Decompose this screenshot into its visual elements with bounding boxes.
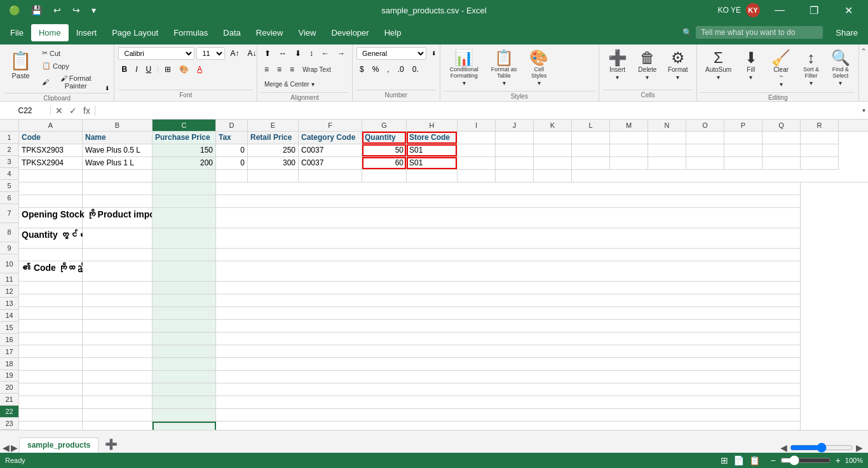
wrap-text-button[interactable]: Wrap Text [299, 64, 334, 75]
insert-dropdown[interactable]: ▾ [616, 74, 619, 81]
cell-c8[interactable] [153, 228, 216, 249]
cell-q1[interactable] [763, 132, 801, 144]
align-middle-button[interactable]: ↔ [276, 47, 290, 60]
row-num-14[interactable]: 14 [0, 310, 18, 322]
cell-b14[interactable] [83, 320, 153, 333]
cell-q3[interactable] [763, 157, 801, 170]
bold-button[interactable]: B [118, 63, 130, 76]
cell-a7[interactable]: Opening Stock ကို Product import လုပ်သည့… [19, 208, 83, 228]
cell-g4[interactable] [362, 170, 407, 182]
redo-button[interactable]: ↪ [69, 4, 84, 17]
cell-n3[interactable] [648, 157, 686, 170]
cell-c21[interactable] [153, 409, 216, 422]
cell-b1[interactable]: Name [83, 132, 153, 144]
cell-d3[interactable]: 0 [216, 157, 248, 170]
merge-center-button[interactable]: Merge & Center ▾ [261, 79, 318, 90]
cell-j2[interactable] [496, 144, 534, 157]
border-button[interactable]: ⊞ [161, 63, 174, 76]
cell-k4[interactable] [534, 170, 572, 182]
comma-button[interactable]: , [384, 63, 392, 76]
cell-d2[interactable]: 0 [216, 144, 248, 157]
minimize-button[interactable]: — [765, 0, 794, 20]
cell-c14[interactable] [153, 320, 216, 333]
cell-e4[interactable] [248, 170, 299, 182]
font-family-select[interactable]: Calibri [118, 47, 194, 60]
cell-c9[interactable] [153, 249, 216, 261]
cell-a9[interactable] [19, 249, 83, 261]
cell-a8[interactable]: Quantity တွင် အရေအတွက်ကို ထည့်ပါ၊ Store … [19, 228, 83, 249]
percent-button[interactable]: % [369, 63, 383, 76]
cell-k3[interactable] [534, 157, 572, 170]
col-header-h[interactable]: H [407, 120, 458, 131]
col-header-f[interactable]: F [299, 120, 362, 131]
restore-button[interactable]: ❐ [799, 0, 829, 20]
row-num-19[interactable]: 19 [0, 370, 18, 382]
page-break-view-btn[interactable]: 📋 [747, 455, 762, 465]
col-header-g[interactable]: G [362, 120, 407, 131]
cell-b18[interactable] [83, 371, 153, 383]
sheet-tab-sample-products[interactable]: sample_products [19, 437, 98, 453]
cell-dplus20[interactable] [216, 396, 801, 409]
cell-a16[interactable] [19, 345, 83, 358]
cell-c17[interactable] [153, 358, 216, 371]
col-header-o[interactable]: O [686, 120, 724, 131]
cell-c16[interactable] [153, 345, 216, 358]
page-layout-view-btn[interactable]: 📄 [731, 455, 746, 465]
cell-q2[interactable] [763, 144, 801, 157]
cell-c18[interactable] [153, 371, 216, 383]
menu-data[interactable]: Data [215, 24, 248, 41]
row-num-2[interactable]: 2 [0, 144, 18, 156]
cell-j1[interactable] [496, 132, 534, 144]
clear-dropdown[interactable]: ▾ [780, 81, 783, 88]
currency-button[interactable]: $ [356, 63, 367, 76]
col-header-k[interactable]: K [534, 120, 572, 131]
row-num-8[interactable]: 8 [0, 223, 18, 242]
row-num-7[interactable]: 7 [0, 204, 18, 223]
font-size-select[interactable]: 11 [196, 47, 225, 60]
cell-c11[interactable] [153, 282, 216, 294]
cell-dplus21[interactable] [216, 409, 801, 422]
cell-b11[interactable] [83, 282, 153, 294]
horizontal-scroll-right[interactable]: ▶ [856, 443, 863, 453]
cell-b12[interactable] [83, 294, 153, 307]
cell-b20[interactable] [83, 396, 153, 409]
zoom-out-btn[interactable]: − [768, 455, 777, 465]
normal-view-btn[interactable]: ⊞ [719, 455, 730, 465]
cell-a21[interactable] [19, 409, 83, 422]
cell-f3[interactable]: C0037 [299, 157, 362, 170]
ribbon-expand-btn[interactable]: ⌃ [860, 47, 867, 56]
cell-a12[interactable] [19, 294, 83, 307]
row-num-22[interactable]: 22 [0, 406, 18, 418]
col-header-b[interactable]: B [83, 120, 153, 131]
cell-dplus5[interactable] [216, 182, 801, 195]
format-button[interactable]: ⚙ Format ▾ [663, 47, 693, 84]
cell-b7[interactable] [83, 208, 153, 228]
cell-m3[interactable] [610, 157, 648, 170]
cell-a17[interactable] [19, 358, 83, 371]
cell-c20[interactable] [153, 396, 216, 409]
cell-p2[interactable] [724, 144, 763, 157]
menu-developer[interactable]: Developer [323, 24, 376, 41]
menu-file[interactable]: File [3, 24, 31, 41]
conditional-formatting-button[interactable]: 📊 ConditionalFormatting ▾ [444, 47, 484, 90]
row-num-11[interactable]: 11 [0, 273, 18, 286]
copy-button[interactable]: 📋 Copy [39, 60, 104, 72]
cell-i3[interactable] [458, 157, 496, 170]
col-header-d[interactable]: D [216, 120, 248, 131]
format-table-dropdown[interactable]: ▾ [503, 79, 506, 86]
menu-help[interactable]: Help [377, 24, 409, 41]
cell-o1[interactable] [686, 132, 724, 144]
menu-home[interactable]: Home [31, 24, 69, 41]
autosum-button[interactable]: Σ AutoSum ▾ [701, 47, 735, 84]
col-header-p[interactable]: P [724, 120, 763, 131]
menu-formulas[interactable]: Formulas [166, 24, 215, 41]
search-input[interactable] [696, 26, 823, 39]
cell-r1[interactable] [801, 132, 839, 144]
col-header-a[interactable]: A [19, 120, 83, 131]
cell-f2[interactable]: C0037 [299, 144, 362, 157]
cell-a18[interactable] [19, 371, 83, 383]
horizontal-scrollbar[interactable] [790, 443, 853, 453]
text-direction-button[interactable]: ↕ [306, 47, 316, 60]
cell-c6[interactable] [153, 195, 216, 208]
cell-i2[interactable] [458, 144, 496, 157]
